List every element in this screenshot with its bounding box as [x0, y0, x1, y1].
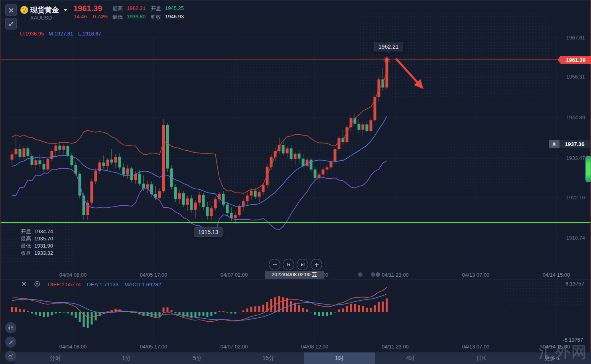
draw-tool-button[interactable]	[5, 336, 16, 348]
candle-body	[186, 199, 189, 205]
skip-to-end-button[interactable]	[297, 259, 308, 270]
symbol-code: XAUUSD	[30, 15, 52, 21]
time-axis-label: 04/14 15:00	[543, 272, 570, 278]
macd-settings-icon[interactable]	[34, 281, 40, 289]
candle-body	[194, 203, 197, 210]
macd-histogram-bar	[358, 305, 360, 312]
stat-label-high: 最高	[112, 5, 123, 12]
candle-body	[106, 160, 109, 166]
macd-histogram-bar	[35, 312, 37, 315]
time-axis-label: 04/07 02:00	[221, 272, 248, 278]
macd-histogram-bar	[11, 307, 13, 312]
support-price-tooltip: 1915.13	[194, 227, 223, 237]
symbol-name[interactable]: 现货黄金	[30, 5, 59, 15]
skip-to-start-button[interactable]	[283, 259, 294, 270]
macd-histogram-bar	[270, 299, 272, 312]
zigzag-line-icon	[8, 353, 14, 359]
macd-time-axis-label: 04/13 07:00	[462, 344, 490, 350]
candle-body	[23, 148, 26, 157]
close-chart-button[interactable]	[5, 4, 17, 16]
macd-histogram-bar	[47, 312, 49, 317]
time-axis-label: 04/11 23:00	[382, 272, 409, 278]
zoom-out-button[interactable]	[269, 259, 280, 270]
price-alert-marker[interactable]: 1937.36	[549, 140, 590, 148]
ohlc-high-label: 最高	[21, 236, 31, 242]
candle-body	[330, 161, 333, 167]
tab-timeframe-3[interactable]: 5分	[162, 352, 233, 364]
chart-canvas[interactable]	[0, 0, 591, 364]
candle-body	[174, 187, 177, 199]
macd-histogram-bar	[334, 312, 336, 313]
candle-body	[298, 153, 301, 159]
macd-histogram-bar	[258, 306, 260, 312]
candle-body	[27, 148, 30, 156]
candle-body	[43, 164, 45, 169]
macd-histogram-bar	[179, 312, 181, 315]
tab-timeframe-4[interactable]: 15分	[233, 352, 304, 364]
skip-forward-icon	[300, 262, 305, 268]
macd-histogram-bar	[75, 312, 77, 318]
stat-value-prev-close: 1946.93	[165, 14, 184, 20]
symbol-dropdown-caret-icon[interactable]	[63, 9, 67, 11]
macd-histogram-bar	[382, 301, 384, 312]
tab-timeframe-1[interactable]: 分时	[20, 352, 91, 364]
macd-histogram-bar	[302, 308, 304, 312]
candle-body	[130, 169, 133, 180]
divider	[0, 342, 591, 342]
stat-value-high: 1962.21	[127, 5, 146, 11]
ohlc-open-row: 开盘1934.74	[21, 228, 53, 235]
candle-body	[366, 124, 368, 131]
macd-histogram-bar	[362, 306, 364, 312]
macd-histogram-bar	[199, 312, 201, 316]
axis-scrollbar-thumb[interactable]	[585, 156, 591, 182]
candle-body	[286, 148, 289, 153]
candle-body	[246, 196, 249, 201]
candlestick-icon	[8, 325, 14, 331]
macd-histogram-bar	[374, 305, 376, 312]
candle-body	[230, 213, 233, 218]
candle-body	[11, 154, 14, 159]
ohlc-close-value: 1933.32	[34, 250, 53, 256]
left-border	[0, 0, 1, 364]
macd-histogram-bar	[342, 309, 344, 312]
tab-timeframe-5[interactable]: 1时	[304, 352, 375, 364]
drawn-arrow-annotation[interactable]	[396, 59, 418, 83]
candle-body	[214, 199, 217, 208]
macd-close-button[interactable]: ✕	[21, 280, 27, 288]
fullscreen-toggle-button[interactable]	[5, 18, 17, 30]
macd-histogram-bar	[195, 312, 197, 317]
tab-timeframe-7[interactable]: 日K	[446, 352, 517, 364]
macd-histogram-bar	[238, 312, 240, 312]
tab-timeframe-6[interactable]: 4时	[375, 352, 446, 364]
current-price-tag: 1961.39	[561, 56, 591, 64]
price-axis-label: 1967.61	[566, 35, 585, 41]
macd-histogram-bar	[338, 309, 340, 312]
macd-histogram-bar	[203, 312, 205, 316]
macd-histogram-bar	[59, 312, 61, 313]
candle-body	[35, 160, 37, 165]
ohlc-open-value: 1934.74	[34, 228, 53, 234]
macd-histogram-bar	[23, 309, 25, 312]
boll-middle-value: M:1927.81	[49, 31, 73, 37]
stat-label-low: 最低	[112, 14, 123, 21]
macd-histogram-bar	[55, 312, 57, 313]
stat-value-open: 1945.25	[165, 5, 184, 11]
session-marker-dot	[371, 272, 375, 277]
macd-histogram-bar	[219, 311, 221, 312]
last-price: 1961.39	[73, 4, 102, 13]
divider	[0, 270, 591, 270]
candle-body	[110, 160, 113, 163]
candle-body	[242, 201, 245, 206]
tab-timeframe-2[interactable]: 1分	[91, 352, 162, 364]
macd-histogram-bar	[167, 307, 169, 312]
candle-body	[362, 124, 364, 130]
chart-type-button[interactable]	[5, 322, 16, 333]
candle-body	[210, 208, 213, 216]
macd-histogram-bar	[242, 311, 244, 312]
indicator-tool-button[interactable]	[5, 350, 16, 362]
zoom-in-button[interactable]	[311, 259, 322, 270]
stat-label-prev-close: 昨收	[151, 14, 161, 21]
expand-diagonal-icon	[8, 21, 14, 27]
pencil-icon	[8, 339, 14, 345]
macd-histogram-bar	[262, 305, 264, 312]
